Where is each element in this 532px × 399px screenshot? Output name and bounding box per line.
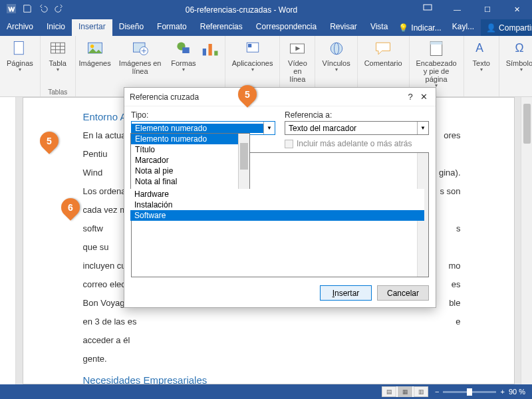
svg-point-21 bbox=[331, 43, 342, 55]
zoom-value: 90 % bbox=[509, 388, 525, 396]
svg-rect-14 bbox=[182, 47, 190, 53]
dropdown-option[interactable]: Elemento numerado bbox=[131, 134, 249, 144]
close-button[interactable]: ✕ bbox=[502, 0, 532, 19]
list-item[interactable]: Hardware bbox=[130, 189, 424, 200]
dropdown-option[interactable]: Nota al pie bbox=[131, 166, 249, 176]
tab-correspondencia[interactable]: Correspondencia bbox=[249, 19, 323, 36]
tab-formato[interactable]: Formato bbox=[150, 19, 194, 36]
cancelar-button[interactable]: Cancelar bbox=[377, 285, 429, 301]
referencia-combobox[interactable]: Texto del marcador▼ bbox=[285, 121, 429, 135]
aplicaciones-button[interactable]: Aplicaciones▾ bbox=[229, 38, 276, 74]
chevron-down-icon: ▼ bbox=[263, 122, 275, 134]
vinculos-button[interactable]: Vínculos▾ bbox=[319, 38, 352, 74]
svg-rect-15 bbox=[203, 49, 206, 56]
tipo-label: Tipo: bbox=[131, 110, 275, 120]
print-layout-icon: ▦ bbox=[398, 386, 412, 397]
tabla-button[interactable]: Tabla▾ bbox=[45, 38, 71, 74]
svg-rect-2 bbox=[424, 5, 432, 10]
video-button[interactable]: Vídeo en línea bbox=[284, 38, 311, 84]
chevron-down-icon: ▼ bbox=[417, 122, 428, 134]
tab-insertar[interactable]: Insertar bbox=[72, 19, 112, 36]
dropdown-option[interactable]: Nota al final bbox=[131, 176, 249, 187]
status-bar: ▤ ▦ ▥ −+ 90 % bbox=[0, 384, 532, 399]
tab-diseno[interactable]: Diseño bbox=[112, 19, 150, 36]
tab-referencias[interactable]: Referencias bbox=[194, 19, 249, 36]
zoom-slider[interactable]: −+ 90 % bbox=[435, 388, 525, 396]
ribbon-tabs: Archivo Inicio Insertar Diseño Formato R… bbox=[0, 19, 532, 36]
read-mode-icon: ▤ bbox=[382, 386, 396, 397]
svg-rect-24 bbox=[430, 42, 442, 45]
tab-inicio[interactable]: Inicio bbox=[40, 19, 72, 36]
help-button[interactable]: ? bbox=[404, 92, 417, 102]
imagenes-button[interactable]: Imágenes bbox=[80, 38, 110, 68]
vertical-ruler bbox=[0, 97, 16, 384]
imagenes-en-linea-button[interactable]: Imágenes en línea bbox=[114, 38, 166, 76]
user-name[interactable]: Kayl... bbox=[446, 19, 481, 36]
dialog-close-button[interactable]: ✕ bbox=[417, 92, 430, 102]
svg-text:Ω: Ω bbox=[515, 41, 523, 55]
dropdown-option[interactable]: Título bbox=[131, 144, 249, 155]
tab-vista[interactable]: Vista bbox=[364, 19, 394, 36]
svg-point-10 bbox=[90, 45, 94, 48]
formas-button[interactable]: Formas▾ bbox=[170, 38, 197, 74]
window-title: 06-referencias-cruzadas - Word bbox=[70, 5, 412, 15]
maximize-button[interactable]: ☐ bbox=[472, 0, 502, 19]
chart-button[interactable] bbox=[201, 38, 221, 59]
redo-icon[interactable] bbox=[55, 4, 64, 15]
specific-items[interactable]: Hardware Instalación Software bbox=[130, 189, 424, 221]
texto-button[interactable]: ATexto▾ bbox=[468, 38, 495, 74]
svg-rect-16 bbox=[208, 44, 211, 56]
encabezado-button[interactable]: Encabezado y pie de página▾ bbox=[414, 38, 460, 90]
dropdown-option[interactable]: Marcador bbox=[131, 155, 249, 166]
paginas-button[interactable]: Páginas▾ bbox=[4, 38, 36, 74]
view-buttons[interactable]: ▤ ▦ ▥ bbox=[382, 386, 428, 397]
vertical-scrollbar[interactable] bbox=[521, 97, 532, 384]
svg-text:W: W bbox=[9, 5, 15, 13]
list-item[interactable]: Instalación bbox=[130, 200, 424, 210]
comentario-button[interactable]: Comentario bbox=[362, 38, 405, 68]
simbolos-button[interactable]: ΩSímbolos▾ bbox=[503, 38, 532, 74]
svg-rect-17 bbox=[214, 51, 217, 56]
insertar-button[interactable]: Insertar bbox=[320, 285, 372, 301]
incluir-checkbox[interactable]: Incluir más adelante o más atrás bbox=[285, 135, 429, 148]
tab-archivo[interactable]: Archivo bbox=[0, 19, 40, 36]
tell-me[interactable]: 💡 Indicar... bbox=[394, 19, 445, 36]
svg-rect-3 bbox=[14, 42, 23, 55]
save-icon[interactable] bbox=[23, 4, 32, 15]
svg-text:A: A bbox=[475, 41, 483, 55]
ribbon-options-icon[interactable] bbox=[412, 0, 442, 19]
list-item[interactable]: Software bbox=[130, 210, 424, 221]
share-button[interactable]: 👤 Compartir bbox=[481, 19, 532, 36]
referencia-label: Referencia a: bbox=[285, 110, 429, 120]
word-icon: W bbox=[7, 4, 16, 15]
tablas-group-label: Tablas bbox=[48, 87, 67, 96]
svg-rect-19 bbox=[248, 44, 251, 47]
svg-rect-4 bbox=[51, 43, 65, 53]
dialog-title: Referencia cruzada bbox=[130, 92, 199, 102]
minimize-button[interactable]: — bbox=[442, 0, 472, 19]
tab-revisar[interactable]: Revisar bbox=[323, 19, 364, 36]
undo-icon[interactable] bbox=[39, 4, 48, 15]
title-bar: W 06-referencias-cruzadas - Word — ☐ ✕ bbox=[0, 0, 532, 19]
web-layout-icon: ▥ bbox=[414, 386, 428, 397]
